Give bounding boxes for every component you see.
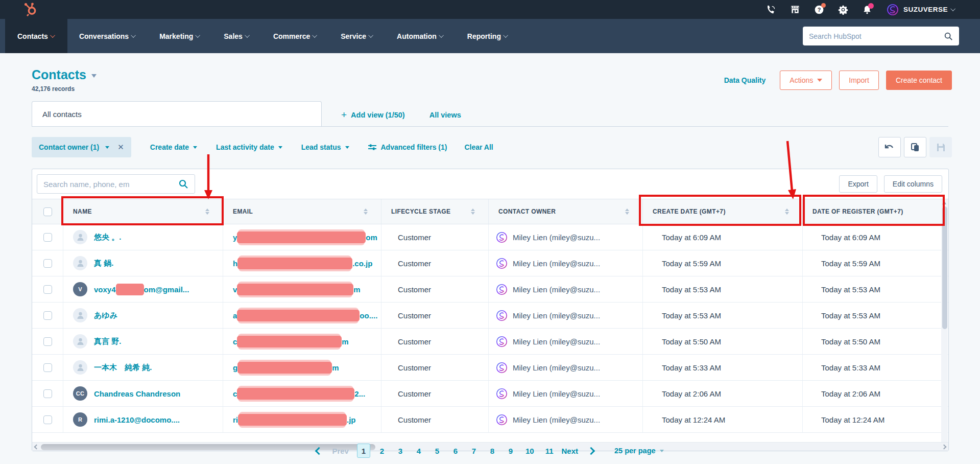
filter-lead-status[interactable]: Lead status: [301, 143, 349, 151]
hubspot-logo-icon[interactable]: [24, 3, 37, 16]
column-header-contact-owner[interactable]: CONTACT OWNER: [488, 199, 642, 224]
contact-name-link[interactable]: 真 鍋.: [94, 259, 113, 268]
scroll-up-icon[interactable]: [942, 201, 946, 204]
vertical-scroll-thumb[interactable]: [942, 206, 947, 329]
contact-name-link[interactable]: Chandreas Chandreson: [94, 389, 180, 398]
row-checkbox[interactable]: [43, 389, 52, 398]
save-view-button[interactable]: [929, 137, 952, 157]
row-checkbox[interactable]: [43, 363, 52, 372]
contact-name-link[interactable]: あゆみ: [94, 311, 117, 320]
prev-page-icon[interactable]: [315, 447, 323, 455]
create-date-cell: Today at 6:09 AM: [642, 224, 802, 250]
nav-item-service[interactable]: Service: [329, 19, 385, 53]
page-number-11[interactable]: 11: [542, 444, 557, 458]
row-checkbox[interactable]: [43, 415, 52, 424]
page-number-3[interactable]: 3: [394, 444, 407, 458]
page-number-10[interactable]: 10: [522, 444, 537, 458]
add-view-link[interactable]: + Add view (1/50): [341, 111, 405, 119]
search-icon: [178, 179, 188, 189]
name-cell: CC Chandreas Chandreson: [63, 381, 223, 406]
global-search-input[interactable]: [809, 32, 944, 40]
marketplace-icon[interactable]: [790, 5, 800, 15]
column-header-email[interactable]: EMAIL: [223, 199, 381, 224]
all-views-link[interactable]: All views: [429, 111, 461, 119]
contact-name-link[interactable]: 悠央 。.: [94, 233, 121, 242]
tab-all-contacts[interactable]: All contacts: [32, 101, 322, 126]
row-checkbox[interactable]: [43, 233, 52, 242]
clear-all-link[interactable]: Clear All: [464, 143, 493, 151]
advanced-filters-link[interactable]: Advanced filters (1): [368, 143, 447, 151]
page-number-8[interactable]: 8: [486, 444, 499, 458]
edit-columns-button[interactable]: Edit columns: [884, 175, 942, 193]
phone-icon[interactable]: [766, 5, 776, 15]
contact-name-link[interactable]: rimi.a-1210@docomo....: [94, 415, 180, 424]
prev-label: Prev: [332, 447, 349, 455]
row-checkbox[interactable]: [43, 285, 52, 294]
nav-item-conversations[interactable]: Conversations: [67, 19, 148, 53]
sort-icon[interactable]: [364, 208, 368, 215]
page-title[interactable]: Contacts: [32, 67, 97, 82]
row-checkbox-cell: [32, 276, 63, 302]
nav-item-automation[interactable]: Automation: [385, 19, 456, 53]
redaction-bar: [237, 258, 352, 269]
column-header-create-date-gmt-7-[interactable]: CREATE DATE (GMT+7): [642, 199, 802, 224]
filter-contact-owner[interactable]: Contact owner (1) ✕: [32, 137, 131, 157]
notifications-icon[interactable]: [862, 5, 872, 15]
filter-caret-icon: [278, 146, 282, 149]
filter-create-date[interactable]: Create date: [150, 143, 197, 151]
copy-view-button[interactable]: [904, 137, 926, 157]
page-number-5[interactable]: 5: [431, 444, 444, 458]
email-cell: vm: [223, 276, 381, 302]
sort-icon[interactable]: [471, 208, 475, 215]
contact-name-link[interactable]: voxy4om@gmail...: [94, 284, 189, 295]
row-checkbox[interactable]: [43, 337, 52, 346]
create-contact-button[interactable]: Create contact: [886, 71, 952, 90]
account-menu[interactable]: SUZUVERSE: [886, 3, 955, 16]
contact-owner-cell: Miley Lien (miley@suzu...: [488, 250, 642, 276]
page-number-9[interactable]: 9: [504, 444, 517, 458]
global-search[interactable]: [803, 27, 959, 45]
help-icon[interactable]: ?: [814, 5, 824, 15]
select-all-checkbox[interactable]: [43, 207, 52, 216]
next-page-icon[interactable]: [587, 447, 595, 455]
sort-icon[interactable]: [785, 208, 789, 215]
per-page-dropdown[interactable]: 25 per page: [614, 447, 664, 455]
column-header-name[interactable]: NAME: [63, 199, 223, 224]
contact-name-link[interactable]: 一本木 純希 純.: [94, 363, 152, 373]
filter-last-activity-date[interactable]: Last activity date: [216, 143, 282, 151]
next-label[interactable]: Next: [561, 447, 578, 455]
settings-icon[interactable]: [838, 5, 848, 15]
lifecycle-stage-cell: Customer: [381, 250, 488, 276]
sort-icon[interactable]: [205, 208, 209, 215]
table-row: あゆみ aoo.... Customer Miley Lien (miley@s…: [32, 303, 948, 329]
table-search-input[interactable]: [43, 180, 178, 189]
page-number-6[interactable]: 6: [449, 444, 462, 458]
nav-item-reporting[interactable]: Reporting: [456, 19, 520, 53]
remove-filter-icon[interactable]: ✕: [115, 143, 124, 152]
nav-item-marketing[interactable]: Marketing: [148, 19, 212, 53]
page-number-7[interactable]: 7: [467, 444, 481, 458]
undo-button[interactable]: [878, 137, 901, 157]
row-checkbox[interactable]: [43, 259, 52, 268]
nav-item-contacts[interactable]: Contacts: [5, 19, 67, 53]
row-checkbox[interactable]: [43, 311, 52, 320]
date-of-register-cell: Today at 2:06 AM: [802, 381, 948, 406]
nav-item-commerce[interactable]: Commerce: [261, 19, 329, 53]
email-cell: ri.jp: [223, 407, 381, 432]
page-number-4[interactable]: 4: [412, 444, 425, 458]
sort-icon[interactable]: [625, 208, 629, 215]
import-button[interactable]: Import: [839, 71, 879, 90]
vertical-scrollbar[interactable]: [941, 199, 948, 442]
avatar: [73, 360, 87, 375]
owner-logo-icon: [496, 310, 508, 321]
column-header-lifecycle-stage[interactable]: LIFECYCLE STAGE: [381, 199, 488, 224]
column-header-date-of-register-gmt-7-[interactable]: DATE OF REGISTER (GMT+7): [802, 199, 948, 224]
table-search[interactable]: [37, 174, 195, 194]
page-number-2[interactable]: 2: [375, 444, 389, 458]
export-button[interactable]: Export: [839, 175, 877, 193]
data-quality-link[interactable]: Data Quality: [724, 76, 766, 84]
page-number-1[interactable]: 1: [357, 444, 370, 458]
actions-button[interactable]: Actions: [780, 71, 832, 90]
contact-name-link[interactable]: 真言 野.: [94, 337, 121, 346]
nav-item-sales[interactable]: Sales: [212, 19, 261, 53]
